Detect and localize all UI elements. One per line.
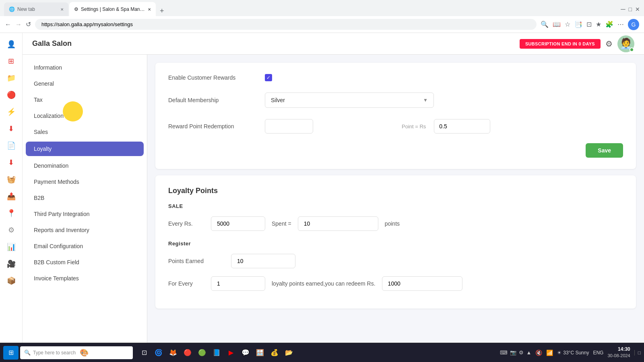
sidebar-icon-upload[interactable]: 📤 (3, 188, 19, 204)
tab-title-new: New tab (17, 6, 58, 12)
sidebar-item-localization[interactable]: Localization (23, 108, 147, 124)
tab-favicon-new: 🌐 (9, 6, 15, 12)
every-rs-input[interactable] (211, 216, 265, 231)
taskbar-icon-files[interactable]: 📂 (283, 346, 295, 359)
show-desktop-icon[interactable]: □ (634, 350, 641, 356)
browser-action-read[interactable]: 📖 (553, 21, 561, 28)
spent-input[interactable] (298, 216, 378, 231)
enable-rewards-checkbox[interactable]: ✓ (265, 74, 272, 81)
sidebar-item-loyalty[interactable]: Loyalty (26, 142, 144, 156)
maximize-button[interactable]: □ (629, 6, 632, 12)
battery-icon[interactable]: ⌨ (500, 350, 508, 356)
sidebar-icon-package[interactable]: 📦 (3, 273, 19, 289)
network-icon[interactable]: 📶 (546, 350, 553, 356)
sidebar-icon-camera[interactable]: 🎥 (3, 256, 19, 272)
save-rewards-button[interactable]: Save (586, 143, 623, 158)
back-button[interactable]: ← (5, 21, 11, 28)
browser-profile-icon[interactable]: G (628, 19, 639, 30)
every-rs-label: Every Rs. (168, 220, 204, 227)
settings-tray-icon[interactable]: ⚙ (519, 350, 524, 356)
reward-redemption-input[interactable] (265, 119, 313, 134)
temperature-icon: ☀ (557, 350, 561, 356)
taskbar-icon-money[interactable]: 💰 (268, 346, 281, 359)
taskbar-icon-facebook[interactable]: 📘 (210, 346, 223, 359)
taskbar-icon-youtube[interactable]: ▶ (225, 346, 237, 359)
redeem-value-input[interactable] (382, 276, 462, 291)
sidebar-icon-down2[interactable]: ⬇ (3, 154, 19, 171)
for-every-input[interactable] (211, 276, 265, 291)
sidebar-item-invoice-templates[interactable]: Invoice Templates (23, 270, 147, 286)
default-membership-dropdown[interactable]: Silver ▼ (265, 93, 434, 108)
tab-settings[interactable]: ⚙ Settings | Salon & Spa Managem... ✕ (69, 2, 156, 16)
settings-sidebar: Information General Tax Localization Sal… (23, 55, 147, 343)
taskbar-icon-edge[interactable]: 🌀 (152, 346, 165, 359)
browser-action-split[interactable]: ⊡ (586, 21, 592, 28)
sidebar-item-third-party[interactable]: Third Party Integration (23, 206, 147, 222)
taskbar-icon-multidesktop[interactable]: ⊡ (138, 346, 151, 359)
tab-favicon-settings: ⚙ (74, 6, 78, 12)
taskbar-search[interactable]: 🔍 Type here to search 🎨 (20, 346, 133, 359)
sidebar-icon-doc[interactable]: 📄 (3, 138, 19, 154)
browser-action-collections[interactable]: 📑 (574, 21, 582, 28)
taskbar-icon-chrome[interactable]: 🟢 (196, 346, 208, 359)
tab-new-tab[interactable]: 🌐 New tab ✕ (4, 2, 68, 16)
sidebar-icon-basket[interactable]: 🧺 (3, 171, 19, 187)
camera-icon[interactable]: 📷 (510, 350, 516, 356)
sidebar-icon-dashboard[interactable]: ⊞ (3, 53, 19, 69)
sidebar-item-sales[interactable]: Sales (23, 124, 147, 140)
browser-action-ext[interactable]: 🧩 (605, 21, 613, 28)
forward-button[interactable]: → (15, 21, 22, 28)
mute-icon[interactable]: 🔇 (535, 350, 542, 356)
sidebar-item-information[interactable]: Information (23, 60, 147, 76)
for-every-label: For Every (168, 280, 204, 287)
reload-button[interactable]: ↺ (26, 21, 31, 28)
sidebar-icon-folder[interactable]: 📁 (3, 70, 19, 86)
customer-rewards-card: Enable Customer Rewards ✓ Default Member… (155, 63, 636, 169)
sidebar-item-reports[interactable]: Reports and Inventory (23, 222, 147, 238)
sidebar-icon-report[interactable]: 📊 (3, 239, 19, 255)
close-tab-new-icon[interactable]: ✕ (60, 7, 64, 12)
new-tab-button[interactable]: + (157, 7, 167, 15)
points-earned-input[interactable] (231, 254, 295, 268)
app-header: Galla Salon SUBSCRIPTION END IN 0 DAYS ⚙… (23, 33, 644, 55)
register-section-label: Register (168, 241, 623, 247)
start-button[interactable]: ⊞ (3, 346, 19, 360)
point-equals-label: Point = Rs (402, 123, 426, 130)
taskbar-icon-skype[interactable]: 💬 (239, 346, 252, 359)
avatar: 🧑‍💼 (617, 35, 634, 52)
sidebar-icon-profile[interactable]: 👤 (3, 36, 19, 52)
sidebar-icon-pin[interactable]: 📍 (3, 205, 19, 221)
time-display: 14:30 (607, 346, 630, 353)
up-arrow-icon[interactable]: ▲ (526, 350, 531, 356)
taskbar-icon-vpn[interactable]: 🔴 (181, 346, 194, 359)
sidebar-item-denomination[interactable]: Denomination (23, 158, 147, 174)
close-button[interactable]: ✕ (635, 6, 640, 12)
taskbar-icon-firefox[interactable]: 🦊 (167, 346, 180, 359)
sidebar-icon-alert[interactable]: 🔴 (3, 87, 19, 103)
browser-action-star[interactable]: ☆ (565, 21, 570, 28)
points-earned-row: Points Earned (168, 254, 623, 268)
address-bar[interactable] (35, 19, 537, 30)
sidebar-item-email-config[interactable]: Email Configuration (23, 238, 147, 254)
tab-title-settings: Settings | Salon & Spa Managem... (81, 6, 145, 12)
browser-action-fav[interactable]: ★ (596, 21, 601, 28)
browser-action-more[interactable]: ⋯ (617, 21, 624, 28)
sidebar-item-b2b-custom[interactable]: B2B Custom Field (23, 254, 147, 270)
sidebar-item-general[interactable]: General (23, 76, 147, 92)
minimize-button[interactable]: ─ (621, 6, 625, 13)
subscription-badge: SUBSCRIPTION END IN 0 DAYS (520, 39, 601, 49)
sidebar-icon-gear[interactable]: ⚙ (3, 222, 19, 238)
sidebar-icon-down1[interactable]: ⬇ (3, 121, 19, 137)
taskbar-icon-windows[interactable]: 🪟 (254, 346, 266, 359)
point-value-input[interactable] (434, 119, 490, 134)
close-tab-settings-icon[interactable]: ✕ (148, 7, 151, 12)
sidebar-item-payment-methods[interactable]: Payment Methods (23, 174, 147, 190)
taskbar-search-img: 🎨 (80, 348, 89, 357)
sidebar-item-tax[interactable]: Tax (23, 92, 147, 108)
sidebar-icon-lightning[interactable]: ⚡ (3, 104, 19, 120)
sidebar-item-b2b[interactable]: B2B (23, 190, 147, 206)
settings-gear-icon[interactable]: ⚙ (605, 39, 613, 49)
browser-action-search[interactable]: 🔍 (541, 21, 549, 28)
online-badge (630, 47, 634, 52)
enable-rewards-row: Enable Customer Rewards ✓ (168, 74, 623, 81)
